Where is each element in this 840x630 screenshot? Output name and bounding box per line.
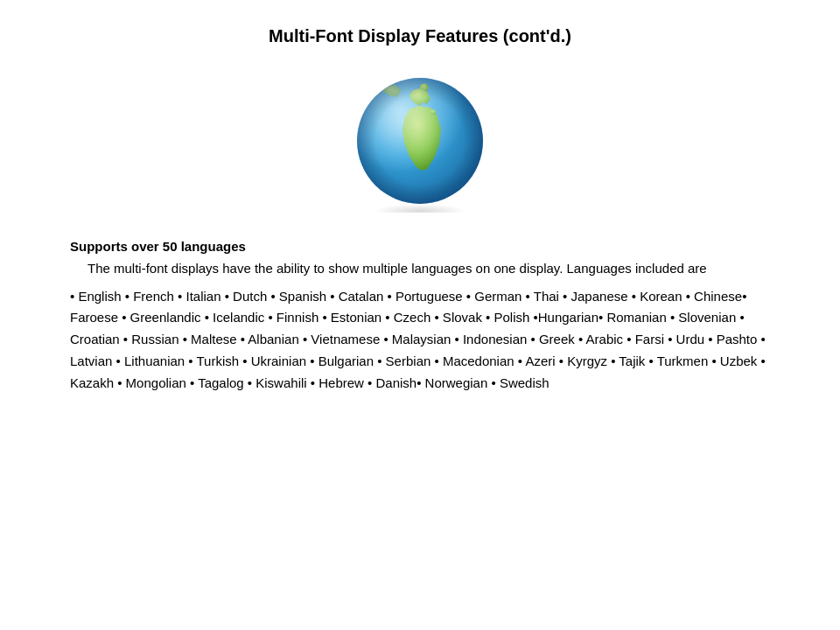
globe-container xyxy=(350,73,490,213)
content-section: Supports over 50 languages The multi-fon… xyxy=(70,239,770,394)
supports-heading: Supports over 50 languages xyxy=(70,239,770,254)
description-text: The multi-font displays have the ability… xyxy=(70,259,770,279)
svg-point-1 xyxy=(374,204,466,213)
svg-point-5 xyxy=(357,78,483,204)
page-title: Multi-Font Display Features (cont'd.) xyxy=(70,26,770,46)
globe-icon xyxy=(350,73,490,213)
languages-text: • English • French • Italian • Dutch • S… xyxy=(70,286,770,395)
page-container: Multi-Font Display Features (cont'd.) xyxy=(0,0,840,630)
